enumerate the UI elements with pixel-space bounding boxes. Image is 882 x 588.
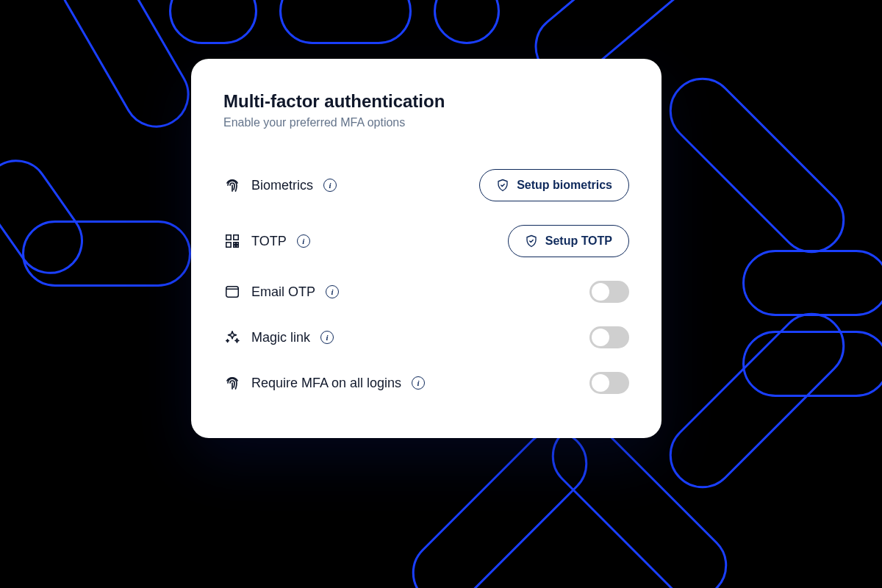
svg-rect-6 [234,245,236,248]
row-require-mfa: Require MFA on all logins i [223,360,629,406]
button-label: Setup TOTP [545,234,612,248]
info-icon[interactable]: i [412,376,425,390]
info-icon[interactable]: i [326,285,339,298]
decor-pill [656,299,858,502]
card-subtitle: Enable your preferred MFA options [223,116,629,129]
sparkles-icon [223,329,241,346]
mfa-card: Multi-factor authentication Enable your … [191,59,662,438]
setup-totp-button[interactable]: Setup TOTP [508,225,629,257]
info-icon[interactable]: i [320,331,334,344]
decor-pill [279,0,412,44]
card-title: Multi-factor authentication [223,91,629,112]
shield-check-icon [525,234,538,248]
decor-pill [656,64,858,267]
row-label: Magic link [251,330,310,345]
row-label: TOTP [251,234,287,249]
row-label: Require MFA on all logins [251,376,401,391]
row-magic-link: Magic link i [223,315,629,360]
svg-rect-0 [226,235,231,240]
info-icon[interactable]: i [323,179,337,192]
row-email-otp: Email OTP i [223,269,629,315]
button-label: Setup biometrics [517,179,612,192]
decor-pill [742,331,882,397]
email-otp-toggle[interactable] [589,281,629,303]
svg-rect-5 [237,243,239,245]
decor-pill [169,0,257,44]
svg-rect-7 [226,287,239,298]
row-label: Email OTP [251,284,315,300]
decor-pill [742,250,882,316]
require-mfa-toggle[interactable] [589,372,629,394]
info-icon[interactable]: i [297,234,310,248]
qr-code-icon [223,232,241,250]
row-biometrics: Biometrics i Setup biometrics [223,157,629,213]
svg-rect-3 [234,243,236,245]
magic-link-toggle[interactable] [589,326,629,348]
svg-rect-1 [234,235,238,240]
svg-rect-4 [237,245,239,248]
row-label: Biometrics [251,178,313,193]
inbox-icon [223,283,241,301]
decor-pill [434,0,500,44]
svg-rect-2 [226,243,231,247]
row-totp: TOTP i Setup TOTP [223,213,629,269]
setup-biometrics-button[interactable]: Setup biometrics [479,169,629,201]
shield-check-icon [496,179,509,192]
fingerprint-icon [223,176,241,194]
fingerprint-icon [223,374,241,392]
